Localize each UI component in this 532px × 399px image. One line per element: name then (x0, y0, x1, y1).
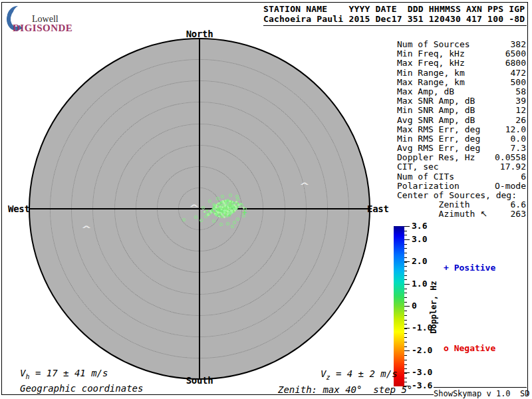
source-ring (208, 200, 211, 203)
stat-row: Avg SNR Amp, dB26 (397, 116, 526, 125)
source-ring (229, 194, 232, 197)
colorbar-tick (404, 328, 410, 329)
source-dot (206, 209, 208, 211)
skymap-horizontal-axis (29, 208, 370, 209)
colorbar-tick-label: 2.0 (412, 257, 427, 266)
measurement-stats-panel: Num of Sources382Min Freq, kHz6500Max Fr… (397, 40, 526, 219)
stat-label: Num of CITs (397, 172, 454, 182)
colorbar-tick-label: -3.6 (412, 381, 432, 390)
source-ring (236, 217, 239, 221)
stat-row: Center of Sources, deg: (397, 191, 526, 200)
colorbar-tick (404, 306, 410, 307)
stat-value: 500 (511, 78, 526, 87)
chevron-marker: ^ (82, 226, 90, 233)
stat-value: 6.6 (511, 200, 526, 209)
stat-value: 263 (511, 209, 526, 219)
stat-label: Max Freq, kHz (397, 59, 465, 68)
vertical-velocity-readout: Vz = 4 ± 2 m/s (321, 368, 398, 381)
station-header: STATION NAME YYYY DATE DDD HHMMSS AXN PP… (263, 4, 527, 26)
stat-label: Zenith (397, 200, 470, 209)
coordinates-mode-label: Geographic coordinates (20, 383, 143, 394)
stat-label: Polarization (397, 182, 460, 191)
colorbar-tick-label: 3.0 (412, 235, 427, 244)
stat-row: Max Amp, dB58 (397, 87, 526, 96)
logo-digisonde-text: DIGISONDE (13, 23, 72, 34)
source-dot (203, 211, 205, 213)
stat-row: Max RMS Err, deg12.0 (397, 125, 526, 134)
stat-value: 39 (515, 96, 526, 106)
stat-label: Center of Sources, deg: (397, 191, 517, 200)
colorbar-tick (404, 261, 410, 262)
stat-label: Min Range, km (397, 68, 465, 78)
stat-row: Min Freq, kHz6500 (397, 49, 526, 59)
source-ring (236, 198, 239, 201)
colorbar-tick-label: 1.0 (412, 279, 427, 289)
stat-row: Avg RMS Err, deg7.3 (397, 144, 526, 153)
stat-row: PolarizationO-mode (397, 182, 526, 191)
station-header-columns: STATION NAME YYYY DATE DDD HHMMSS AXN PP… (263, 4, 527, 14)
source-dot (227, 205, 229, 207)
source-ring (201, 206, 205, 209)
stat-label: Max Amp, dB (397, 87, 454, 96)
source-dot (218, 215, 220, 217)
colorbar-tick (404, 226, 410, 227)
stat-value: 6500 (505, 49, 526, 59)
colorbar-axis-label: Doppler, Hz (429, 281, 438, 333)
source-dot (228, 214, 231, 217)
stat-value: 26 (515, 116, 526, 125)
colorbar-tick-label: -2.0 (412, 346, 432, 355)
chevron-marker: ^ (190, 205, 198, 211)
source-ring (240, 203, 243, 207)
source-ring (221, 195, 224, 198)
stat-row: Num of CITs6 (397, 172, 526, 182)
source-ring (233, 221, 236, 224)
stat-row: Min SNR Amp, dB12 (397, 106, 526, 115)
colorbar-tick (404, 372, 410, 373)
stat-value: 0.0 (511, 134, 526, 144)
lowell-digisonde-logo: Lowell DIGISONDE (7, 5, 93, 32)
source-ring (212, 203, 215, 206)
stat-value: O-mode (495, 182, 526, 191)
label-north: North (186, 29, 213, 39)
source-dot (235, 208, 237, 210)
colorbar-tick-label: 3.6 (412, 221, 427, 231)
label-south: South (186, 375, 213, 386)
stat-row: CIT, sec17.92 (397, 162, 526, 172)
source-ring (216, 197, 219, 200)
stat-row: Num of Sources382 (397, 40, 526, 49)
stat-label: Avg RMS Err, deg (397, 144, 480, 153)
stat-row: Min RMS Err, deg0.0 (397, 134, 526, 144)
stat-label: Avg SNR Amp, dB (397, 116, 475, 125)
showskymap-window: Lowell DIGISONDE STATION NAME YYYY DATE … (0, 0, 532, 399)
stat-row: Doppler Res, Hz0.0558 (397, 153, 526, 162)
source-ring (212, 219, 215, 223)
source-dot (223, 216, 225, 218)
stat-value: 472 (511, 68, 526, 78)
colorbar-tick (404, 350, 410, 351)
source-ring (219, 223, 223, 226)
stat-label: Doppler Res, Hz (397, 153, 475, 162)
source-ring (182, 218, 186, 221)
stat-value: 12 (515, 106, 526, 115)
stat-row: Zenith6.6 (397, 200, 526, 209)
source-ring (206, 212, 209, 215)
source-ring (231, 225, 234, 228)
stat-label: Max SNR Amp, dB (397, 96, 475, 106)
source-dot (221, 216, 223, 218)
label-west: West (8, 203, 30, 214)
station-header-values: Cachoeira Pauli 2015 Dec17 351 120430 41… (263, 14, 527, 24)
source-ring (226, 222, 229, 225)
source-dot (224, 205, 226, 207)
source-dot (225, 207, 227, 209)
source-dot (219, 205, 221, 207)
source-dot (227, 210, 229, 212)
stat-row: Max Freq, kHz6800 (397, 59, 526, 68)
colorbar-tick-label: 0 (412, 301, 417, 311)
stat-label: Num of Sources (397, 40, 470, 49)
source-ring (194, 215, 198, 219)
zenith-range-note: Zenith: max 40° step 5° (278, 384, 412, 395)
stat-label: Max Range, km (397, 78, 465, 87)
stat-label: Min Freq, kHz (397, 49, 465, 59)
stat-label: Max RMS Err, deg (397, 125, 480, 134)
stat-value: 58 (515, 87, 526, 96)
